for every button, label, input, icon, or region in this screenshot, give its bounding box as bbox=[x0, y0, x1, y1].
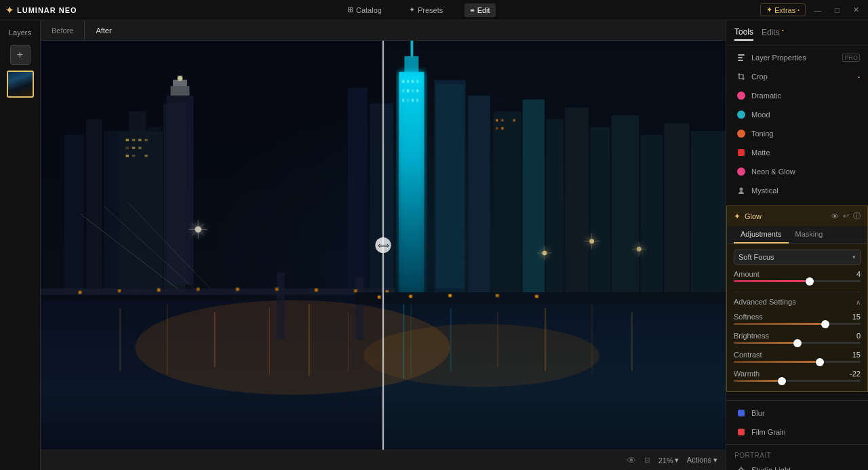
extras-star-icon: ✦ bbox=[766, 5, 772, 14]
visibility-toggle[interactable]: 👁 bbox=[627, 455, 636, 466]
canvas-footer: 👁 ⊟ 21% ▾ Actions ▾ bbox=[41, 450, 726, 470]
sidebar-item-studio-light[interactable]: Studio Light bbox=[726, 461, 868, 470]
matte-label: Matte bbox=[751, 149, 860, 157]
contrast-header: Contrast 15 bbox=[734, 351, 861, 359]
softness-slider-track[interactable] bbox=[734, 323, 861, 325]
nav-presets[interactable]: ✦ Presets bbox=[403, 3, 448, 17]
svg-rect-116 bbox=[383, 41, 726, 450]
amount-slider-section: Amount 4 bbox=[727, 267, 867, 292]
sidebar-item-matte[interactable]: Matte bbox=[726, 143, 868, 162]
warmth-header: Warmth -22 bbox=[734, 370, 861, 378]
softness-fill bbox=[734, 323, 825, 325]
nav-edit[interactable]: ≡ Edit bbox=[465, 3, 495, 17]
sidebar-item-blur[interactable]: Blur bbox=[726, 404, 868, 423]
close-button[interactable]: ✕ bbox=[849, 5, 863, 14]
glow-action-icons: 👁 ↩ ⓘ bbox=[831, 211, 861, 221]
brightness-thumb[interactable] bbox=[793, 339, 802, 347]
warmth-value: -22 bbox=[850, 370, 861, 378]
glow-info-icon[interactable]: ⓘ bbox=[853, 211, 861, 221]
nav-catalog[interactable]: ⊞ Catalog bbox=[342, 3, 387, 17]
minimize-button[interactable]: — bbox=[811, 6, 825, 14]
layers-title: Layers bbox=[0, 26, 40, 39]
blur-label: Blur bbox=[751, 409, 860, 417]
amount-slider-track[interactable] bbox=[734, 280, 861, 282]
contrast-thumb[interactable] bbox=[816, 358, 824, 366]
main-layout: Layers + Before After bbox=[0, 20, 868, 470]
advanced-settings-header[interactable]: Advanced Settings ∧ bbox=[727, 292, 867, 310]
crop-label: Crop bbox=[751, 73, 851, 81]
panel-header: Tools Edits • bbox=[726, 20, 868, 45]
soft-focus-arrow-icon: ▾ bbox=[852, 254, 856, 260]
neon-glow-label: Neon & Glow bbox=[751, 168, 860, 176]
after-label: After bbox=[85, 26, 122, 35]
sidebar-item-mood[interactable]: Mood bbox=[726, 105, 868, 124]
svg-rect-112 bbox=[41, 41, 383, 450]
before-label: Before bbox=[41, 26, 84, 35]
advanced-settings-label: Advanced Settings bbox=[734, 298, 796, 306]
crop-dot: • bbox=[858, 74, 860, 80]
sidebar-item-toning[interactable]: Toning bbox=[726, 124, 868, 143]
warmth-slider-track[interactable] bbox=[734, 380, 861, 382]
contrast-fill bbox=[734, 361, 820, 363]
zoom-control[interactable]: 21% ▾ bbox=[658, 456, 679, 465]
dramatic-icon bbox=[736, 91, 746, 100]
divider-2 bbox=[726, 444, 868, 445]
tab-edits[interactable]: Edits • bbox=[762, 27, 784, 41]
glow-star-icon: ✦ bbox=[734, 212, 741, 221]
sidebar-item-layer-properties[interactable]: Layer Properties PRO bbox=[726, 48, 868, 67]
sidebar-item-dramatic[interactable]: Dramatic bbox=[726, 86, 868, 105]
add-layer-button[interactable]: + bbox=[10, 45, 31, 65]
glow-title: Glow bbox=[745, 212, 827, 220]
amount-slider-thumb[interactable] bbox=[806, 277, 814, 286]
catalog-icon: ⊞ bbox=[347, 5, 353, 14]
warmth-fill bbox=[734, 380, 782, 382]
softness-value: 15 bbox=[852, 313, 861, 321]
toning-icon bbox=[736, 129, 746, 138]
tab-tools[interactable]: Tools bbox=[734, 27, 753, 41]
softness-label: Softness bbox=[734, 313, 763, 321]
amount-slider-header: Amount 4 bbox=[734, 270, 861, 278]
zoom-value: 21% bbox=[658, 456, 673, 465]
glow-undo-icon[interactable]: ↩ bbox=[843, 212, 849, 220]
city-image: ⟺ bbox=[41, 41, 726, 450]
compare-toggle[interactable]: ⊟ bbox=[644, 456, 650, 465]
sidebar-item-mystical[interactable]: Mystical bbox=[726, 181, 868, 200]
glow-tabs: Adjustments Masking bbox=[727, 226, 867, 244]
svg-rect-119 bbox=[738, 60, 743, 61]
glow-section: ✦ Glow 👁 ↩ ⓘ Adjustments Masking Soft Fo… bbox=[726, 205, 868, 392]
tab-adjustments[interactable]: Adjustments bbox=[734, 226, 789, 243]
warmth-thumb[interactable] bbox=[778, 377, 786, 385]
amount-value: 4 bbox=[856, 270, 861, 278]
extras-button[interactable]: ✦ Extras • bbox=[760, 3, 806, 16]
glow-header: ✦ Glow 👁 ↩ ⓘ bbox=[727, 206, 867, 226]
advanced-settings-arrow-icon: ∧ bbox=[856, 298, 861, 306]
tab-masking[interactable]: Masking bbox=[789, 226, 830, 243]
film-grain-icon bbox=[736, 427, 746, 437]
brightness-slider-track[interactable] bbox=[734, 342, 861, 344]
layer-thumbnail[interactable] bbox=[7, 71, 34, 98]
titlebar: ✦ LUMINAR NEO ⊞ Catalog ✦ Presets ≡ Edit… bbox=[0, 0, 868, 20]
contrast-slider-row: Contrast 15 bbox=[734, 351, 861, 363]
soft-focus-select[interactable]: Soft Focus ▾ bbox=[734, 250, 861, 265]
softness-thumb[interactable] bbox=[821, 320, 829, 328]
maximize-button[interactable]: □ bbox=[830, 6, 844, 14]
svg-rect-118 bbox=[738, 57, 743, 58]
layer-thumb-image bbox=[8, 72, 33, 96]
logo-icon: ✦ bbox=[5, 5, 14, 16]
titlebar-right: ✦ Extras • — □ ✕ bbox=[760, 3, 863, 16]
glow-visibility-icon[interactable]: 👁 bbox=[831, 212, 839, 220]
softness-header: Softness 15 bbox=[734, 313, 861, 321]
zoom-arrow: ▾ bbox=[675, 456, 679, 465]
layers-panel: Layers + bbox=[0, 20, 41, 470]
brightness-fill bbox=[734, 342, 797, 344]
matte-icon bbox=[736, 148, 746, 157]
titlebar-left: ✦ LUMINAR NEO bbox=[5, 5, 77, 16]
actions-button[interactable]: Actions ▾ bbox=[687, 456, 717, 465]
sidebar-item-crop[interactable]: Crop • bbox=[726, 67, 868, 86]
sidebar-item-film-grain[interactable]: Film Grain bbox=[726, 423, 868, 442]
mystical-label: Mystical bbox=[751, 187, 860, 195]
sidebar-item-neon-glow[interactable]: Neon & Glow bbox=[726, 162, 868, 181]
contrast-slider-track[interactable] bbox=[734, 361, 861, 363]
softness-slider-row: Softness 15 bbox=[734, 313, 861, 325]
extras-dot: • bbox=[797, 7, 800, 13]
